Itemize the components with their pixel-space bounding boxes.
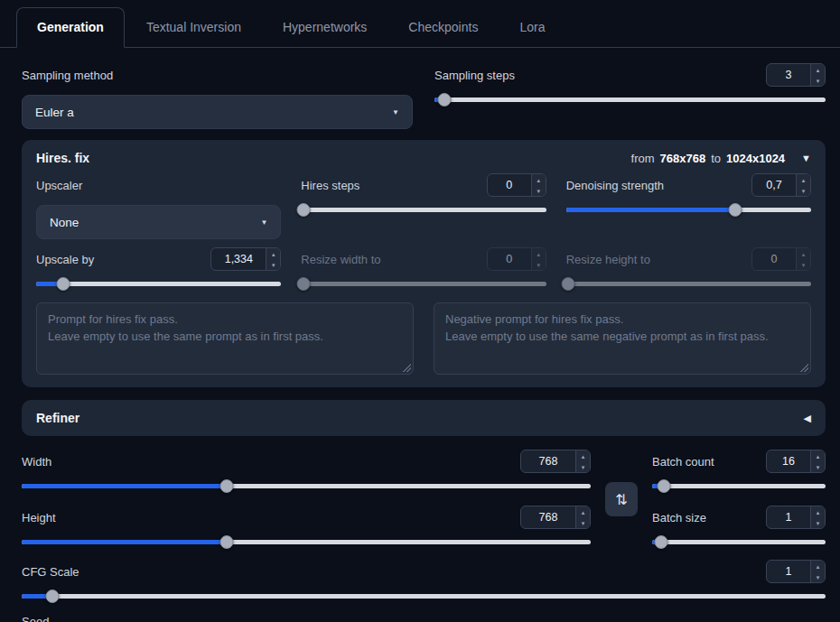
hires-negative-prompt-textarea[interactable]: Negative prompt for hires fix pass. Leav… (434, 302, 811, 375)
spinner-down-icon[interactable]: ▾ (576, 517, 590, 528)
hires-steps-input[interactable]: 0 ▴ ▾ (487, 173, 546, 197)
spinner-down-icon[interactable]: ▾ (811, 75, 825, 86)
cfg-scale-input[interactable]: 1 ▴ ▾ (766, 560, 826, 583)
sampling-method-label: Sampling method (22, 69, 113, 82)
spinner-down-icon: ▾ (532, 259, 546, 270)
spinner-down-icon[interactable]: ▾ (532, 185, 546, 196)
width-label: Width (22, 455, 51, 469)
tab-generation[interactable]: Generation (16, 7, 125, 48)
batch-count-input[interactable]: 16 ▴ ▾ (766, 450, 826, 473)
spinner-up-icon[interactable]: ▴ (576, 506, 590, 517)
height-slider[interactable] (22, 534, 591, 550)
spinner-down-icon[interactable]: ▾ (797, 185, 810, 196)
slider-handle[interactable] (728, 203, 742, 217)
slider-track[interactable] (434, 97, 826, 102)
number-value: 0,7 (752, 174, 796, 196)
resize-grip-icon[interactable] (401, 362, 411, 372)
spinner-up-icon[interactable]: ▴ (811, 561, 825, 571)
hires-fix-header[interactable]: Hires. fix from 768x768 to 1024x1024 ▼ (36, 151, 811, 165)
slider-track[interactable] (652, 540, 826, 544)
spinner-up-icon[interactable]: ▴ (532, 174, 546, 185)
spinner-up-icon[interactable]: ▴ (576, 450, 590, 461)
hires-steps-slider[interactable] (301, 201, 546, 218)
hires-prompt-textarea[interactable]: Prompt for hires fix pass. Leave empty t… (36, 302, 414, 375)
slider-handle[interactable] (56, 277, 70, 291)
spinner-down-icon[interactable]: ▾ (811, 571, 825, 582)
slider-handle[interactable] (437, 93, 451, 107)
upscaler-field: Upscaler None ▼ (36, 172, 281, 239)
spinner-up-icon[interactable]: ▴ (797, 174, 810, 185)
resize-height-label: Resize height to (566, 253, 650, 266)
sampling-method-dropdown[interactable]: Euler a ▼ (22, 95, 413, 129)
collapse-down-icon[interactable]: ▼ (801, 153, 811, 163)
tab-lora[interactable]: Lora (499, 8, 565, 47)
number-value: 3 (767, 64, 810, 86)
slider-handle[interactable] (658, 479, 671, 493)
spinner-up-icon[interactable]: ▴ (811, 450, 825, 461)
tab-checkpoints[interactable]: Checkpoints (388, 8, 498, 47)
upscaler-label: Upscaler (36, 179, 82, 192)
sampling-row: Sampling method Euler a ▼ Sampling steps… (22, 62, 826, 129)
denoising-strength-field: Denoising strength 0,7 ▴ ▾ (566, 172, 811, 239)
number-value: 768 (521, 450, 575, 472)
refiner-panel[interactable]: Refiner ◀ (22, 400, 826, 436)
batch-count-slider[interactable] (652, 478, 826, 494)
spinner-down-icon[interactable]: ▾ (576, 461, 590, 472)
slider-handle[interactable] (297, 203, 311, 217)
slider-handle[interactable] (219, 479, 233, 493)
hires-steps-label: Hires steps (301, 179, 359, 192)
slider-handle (297, 277, 311, 291)
height-input[interactable]: 768 ▴ ▾ (520, 506, 591, 529)
spinner: ▴ ▾ (810, 561, 825, 582)
spinner-up-icon[interactable]: ▴ (266, 248, 280, 259)
spinner: ▴ ▾ (796, 248, 810, 270)
width-slider[interactable] (22, 478, 591, 494)
spinner-down-icon[interactable]: ▾ (811, 461, 825, 472)
txt2img-settings-panel: Generation Textual Inversion Hypernetwor… (0, 0, 840, 622)
cfg-scale-slider[interactable] (22, 588, 826, 604)
slider-handle[interactable] (45, 590, 59, 603)
number-value: 0 (752, 248, 796, 270)
sampling-steps-slider[interactable] (434, 91, 826, 107)
dimensions-section: Width 768 ▴ ▾ ⇅ (22, 449, 826, 550)
batch-count-label: Batch count (652, 455, 714, 469)
spinner: ▴ ▾ (531, 174, 546, 196)
spinner-down-icon[interactable]: ▾ (266, 259, 280, 270)
sampling-steps-label: Sampling steps (434, 69, 515, 82)
spinner-down-icon[interactable]: ▾ (811, 517, 825, 528)
seed-label: Seed (22, 615, 49, 622)
spinner: ▴ ▾ (575, 506, 590, 528)
spinner: ▴ ▾ (810, 64, 825, 86)
collapse-left-icon[interactable]: ◀ (804, 413, 811, 424)
resize-grip-icon[interactable] (798, 362, 808, 372)
from-size: 768x768 (660, 152, 706, 165)
slider-track[interactable] (301, 208, 546, 212)
slider-track[interactable] (652, 484, 826, 488)
width-input[interactable]: 768 ▴ ▾ (520, 450, 591, 473)
resize-height-input: 0 ▴ ▾ (751, 247, 811, 271)
upscaler-dropdown[interactable]: None ▼ (36, 205, 281, 239)
tab-hypernetworks[interactable]: Hypernetworks (263, 8, 387, 47)
batch-size-input[interactable]: 1 ▴ ▾ (766, 506, 826, 529)
spinner-up-icon[interactable]: ▴ (811, 64, 825, 75)
batch-size-slider[interactable] (652, 534, 826, 550)
denoising-strength-input[interactable]: 0,7 ▴ ▾ (751, 173, 811, 197)
denoising-strength-slider[interactable] (566, 201, 811, 218)
from-word: from (631, 152, 655, 165)
sampling-steps-input[interactable]: 3 ▴ ▾ (766, 63, 826, 87)
upscale-by-slider[interactable] (36, 275, 281, 292)
slider-track[interactable] (22, 594, 826, 599)
upscale-by-input[interactable]: 1,334 ▴ ▾ (210, 247, 281, 271)
slider-track[interactable] (36, 282, 281, 286)
slider-handle[interactable] (654, 535, 667, 549)
number-value: 1 (767, 506, 810, 528)
hires-fix-panel: Hires. fix from 768x768 to 1024x1024 ▼ U… (22, 140, 826, 387)
spinner-up-icon[interactable]: ▴ (811, 506, 825, 517)
chevron-down-icon: ▼ (260, 218, 267, 227)
tab-textual-inversion[interactable]: Textual Inversion (126, 8, 261, 47)
switch-width-height-button[interactable]: ⇅ (605, 482, 638, 516)
resize-width-label: Resize width to (301, 253, 380, 266)
number-value: 0 (488, 248, 531, 270)
slider-handle[interactable] (219, 535, 233, 549)
batch-size-field: Batch size 1 ▴ ▾ (652, 505, 826, 550)
